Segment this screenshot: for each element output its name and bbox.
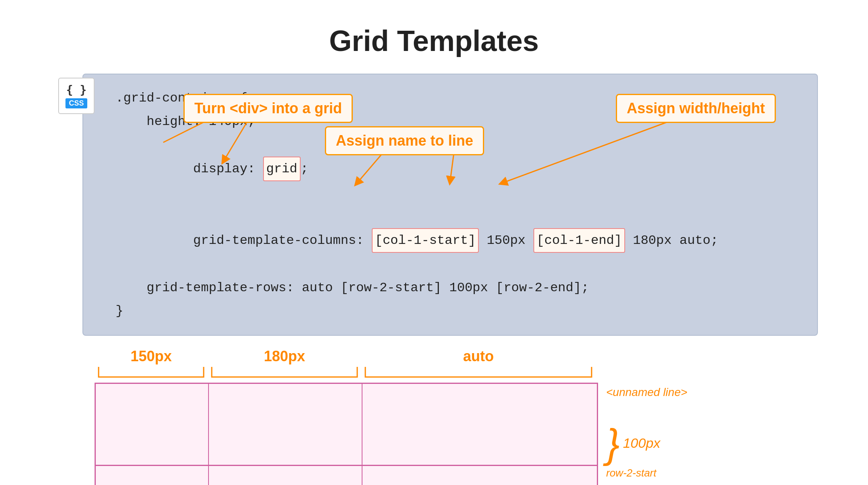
- css-icon: { } CSS: [58, 78, 95, 114]
- col-label-2: 180px: [208, 348, 361, 365]
- col-1-start-highlight: [col-1-start]: [372, 228, 479, 253]
- cell-r1c1: [96, 384, 209, 465]
- col-1-end-highlight: [col-1-end]: [533, 228, 625, 253]
- code-line-4: grid-template-columns: [col-1-start] 150…: [116, 205, 801, 276]
- annotation-turn-div: Turn <div> into a grid: [183, 94, 353, 123]
- css-badge: CSS: [65, 98, 87, 108]
- row-label-row2start: row-2-start: [606, 467, 687, 479]
- cell-r2c1: [96, 466, 209, 485]
- cell-r1c2: [209, 384, 362, 465]
- col-label-3: auto: [361, 348, 596, 365]
- icon-braces: { }: [66, 83, 87, 97]
- annotation-assign-width: Assign width/height: [616, 94, 776, 123]
- code-line-6: }: [116, 299, 801, 323]
- cell-r2c2: [209, 466, 362, 485]
- annotation-assign-name: Assign name to line: [325, 126, 484, 155]
- cell-r1c3: [362, 384, 597, 465]
- grid-highlight: grid: [263, 157, 301, 182]
- page-title: Grid Templates: [0, 0, 868, 74]
- row-label-100px: 100px: [623, 435, 660, 451]
- col-label-1: 150px: [95, 348, 208, 365]
- row-label-unnamed-top: <unnamed line>: [606, 386, 687, 399]
- grid-diagram: 150px 180px auto: [50, 348, 818, 485]
- cell-r2c3: [362, 466, 597, 485]
- col-brace-svg: [95, 365, 604, 381]
- brace-100px: }: [606, 423, 619, 464]
- code-line-5: grid-template-rows: auto [row-2-start] 1…: [116, 276, 801, 300]
